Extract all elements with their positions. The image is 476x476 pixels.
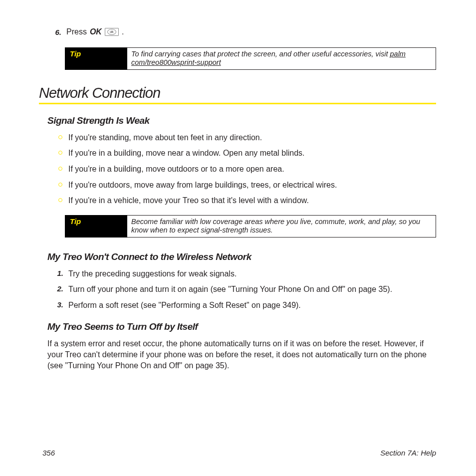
tip-body: Become familiar with low coverage areas … bbox=[127, 215, 436, 238]
bullet-icon bbox=[58, 135, 62, 139]
list-item: If you're outdoors, move away from large… bbox=[58, 180, 436, 191]
section-title-network-connection: Network Connection bbox=[39, 85, 436, 101]
list-item: 2.Turn off your phone and turn it on aga… bbox=[53, 284, 436, 295]
tip-label: Tip bbox=[65, 47, 127, 70]
bullet-icon bbox=[58, 183, 62, 187]
bullet-icon bbox=[58, 151, 62, 155]
divider-rule bbox=[39, 103, 436, 104]
list-item: If you're in a building, move near a win… bbox=[58, 148, 436, 159]
list-item: If you're in a vehicle, move your Treo s… bbox=[58, 195, 436, 206]
step-text: Press OK ok . bbox=[66, 27, 124, 36]
ok-command: OK bbox=[90, 27, 102, 36]
paragraph-reset: If a system error and reset occur, the p… bbox=[47, 338, 436, 371]
step-number: 6. bbox=[52, 28, 61, 36]
ok-key-icon: ok bbox=[105, 28, 119, 36]
step-number: 2. bbox=[53, 284, 63, 294]
manual-page: 6. Press OK ok . Tip To find carrying ca… bbox=[0, 0, 476, 371]
page-footer: 356 Section 7A: Help bbox=[42, 449, 436, 457]
step-6: 6. Press OK ok . bbox=[52, 27, 436, 36]
list-item: 3.Perform a soft reset (see "Performing … bbox=[53, 300, 436, 311]
tip-body: To find carrying cases that protect the … bbox=[127, 47, 436, 70]
step-number: 3. bbox=[53, 300, 63, 310]
list-item: If you're standing, move about ten feet … bbox=[58, 132, 436, 143]
list-item: If you're in a building, move outdoors o… bbox=[58, 164, 436, 175]
page-number: 356 bbox=[42, 449, 55, 457]
section-label: Section 7A: Help bbox=[380, 449, 436, 457]
tip-box-coverage: Tip Become familiar with low coverage ar… bbox=[65, 215, 436, 238]
subhead-wont-connect: My Treo Won't Connect to the Wireless Ne… bbox=[47, 251, 436, 262]
bullet-icon bbox=[58, 167, 62, 171]
bullet-list-signal: If you're standing, move about ten feet … bbox=[58, 132, 436, 206]
bullet-icon bbox=[58, 198, 62, 202]
list-item: 1.Try the preceding suggestions for weak… bbox=[53, 268, 436, 279]
tip-box-accessories: Tip To find carrying cases that protect … bbox=[65, 47, 436, 70]
step-number: 1. bbox=[53, 268, 63, 278]
subhead-turns-off: My Treo Seems to Turn Off by Itself bbox=[47, 321, 436, 332]
subhead-signal-weak: Signal Strength Is Weak bbox=[47, 115, 436, 126]
numbered-list-connect: 1.Try the preceding suggestions for weak… bbox=[53, 268, 436, 311]
tip-label: Tip bbox=[65, 215, 127, 238]
